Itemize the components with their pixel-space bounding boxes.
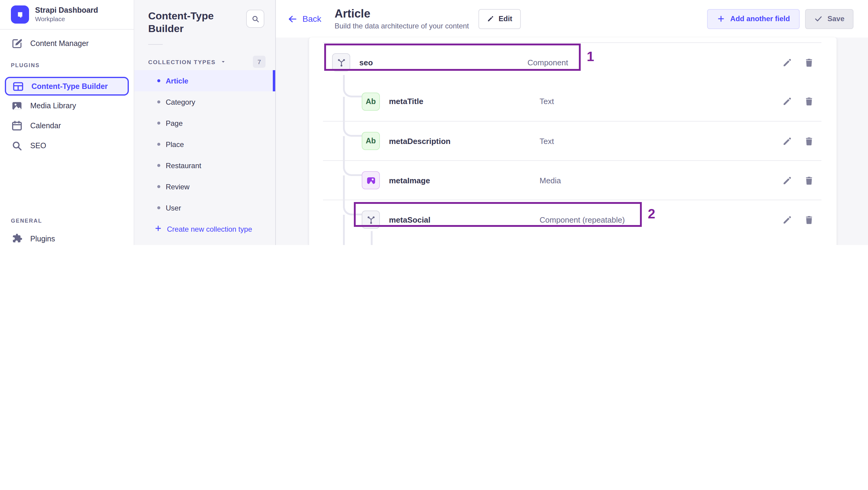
- search-icon: [11, 140, 23, 152]
- bullet-icon: [157, 143, 160, 146]
- field-name: seo: [359, 58, 527, 67]
- page-subtitle: Build the data architecture of your cont…: [335, 22, 469, 30]
- sidebar-item-seo[interactable]: SEO: [0, 135, 134, 155]
- ctb-item-label: Review: [166, 182, 190, 191]
- edit-field-button[interactable]: [781, 214, 793, 225]
- edit-field-button[interactable]: [781, 135, 793, 146]
- sidebar-item-calendar[interactable]: Calendar: [0, 116, 134, 135]
- sidebar-item-plugins[interactable]: Plugins: [0, 229, 134, 245]
- field-row-metaSocial: metaSocialComponent (repeatable): [323, 200, 822, 239]
- save-button[interactable]: Save: [805, 9, 854, 29]
- ctb-type-list: COLLECTION TYPES7ArticleCategoryPagePlac…: [134, 45, 275, 245]
- delete-field-button[interactable]: [803, 214, 814, 225]
- sidebar-item-label: SEO: [30, 141, 46, 150]
- ctb-item-label: Category: [166, 98, 195, 106]
- fields-card: seoComponentAbmetaTitleTextAbmetaDescrip…: [309, 37, 837, 245]
- field-rows: seoComponentAbmetaTitleTextAbmetaDescrip…: [309, 42, 837, 245]
- section-count-badge: 7: [253, 56, 266, 68]
- edit-field-button[interactable]: [781, 175, 793, 186]
- search-icon: [251, 14, 260, 23]
- bullet-icon: [157, 79, 160, 82]
- back-link[interactable]: Back: [287, 13, 321, 24]
- component-field-icon: [332, 53, 350, 71]
- search-button[interactable]: [246, 10, 264, 28]
- puzzle-icon: [11, 233, 23, 245]
- bullet-icon: [157, 206, 160, 209]
- content-type-builder-icon: [12, 80, 24, 92]
- ctb-item-label: Article: [166, 76, 188, 85]
- sidebar-item-label: Media Library: [30, 101, 76, 110]
- field-actions: [781, 214, 814, 225]
- nav-section-label: PLUGINS: [0, 61, 134, 69]
- edit-field-button[interactable]: [781, 57, 793, 68]
- calendar-icon: [11, 120, 23, 131]
- text-field-icon: Ab: [362, 132, 380, 150]
- app-sidebar: Strapi Dashboard Workplace Content Manag…: [0, 0, 134, 245]
- nav-section-label: GENERAL: [0, 217, 134, 225]
- edit-button[interactable]: Edit: [479, 9, 521, 29]
- ctb-item-place[interactable]: Place: [134, 134, 275, 155]
- strapi-logo-icon: [11, 5, 29, 24]
- field-actions: [781, 175, 814, 186]
- workspace-name: Strapi Dashboard: [35, 6, 98, 15]
- media-library-icon: [11, 99, 23, 112]
- create-new-type-link[interactable]: Create new collection type: [134, 218, 275, 240]
- bullet-icon: [157, 100, 160, 103]
- sidebar-item-label: Calendar: [30, 121, 61, 130]
- plus-icon: [154, 224, 162, 234]
- field-name: metaImage: [389, 176, 539, 185]
- delete-field-button[interactable]: [803, 96, 814, 107]
- main-area: Back Article Build the data architecture…: [276, 0, 868, 245]
- delete-field-button[interactable]: [803, 175, 814, 186]
- field-row-metaDescription: AbmetaDescriptionText: [323, 121, 822, 160]
- delete-field-button[interactable]: [803, 57, 814, 68]
- field-type: Component: [527, 58, 568, 67]
- sidebar-item-label: Content Manager: [30, 39, 89, 48]
- section-header-collection-types[interactable]: COLLECTION TYPES7: [134, 53, 275, 70]
- sidebar-item-content-manager[interactable]: Content Manager: [0, 33, 134, 53]
- field-type: Text: [539, 97, 554, 106]
- section-label: COLLECTION TYPES: [148, 58, 216, 65]
- ctb-item-article[interactable]: Article: [134, 70, 275, 91]
- ctb-item-page[interactable]: Page: [134, 113, 275, 134]
- component-field-icon: [362, 211, 380, 229]
- delete-field-button[interactable]: [803, 135, 814, 146]
- bullet-icon: [157, 164, 160, 167]
- ctb-item-label: Page: [166, 119, 183, 127]
- media-field-icon: [362, 171, 380, 189]
- sidebar-item-label: Plugins: [30, 235, 55, 243]
- bullet-icon: [157, 185, 160, 188]
- ctb-sidebar: Content-Type Builder COLLECTION TYPES7Ar…: [134, 0, 276, 245]
- field-actions: [781, 96, 814, 107]
- field-actions: [781, 57, 814, 68]
- ctb-item-review[interactable]: Review: [134, 176, 275, 197]
- sidebar-item-media-library[interactable]: Media Library: [0, 96, 134, 116]
- page-header: Back Article Build the data architecture…: [276, 0, 868, 37]
- edit-field-button[interactable]: [781, 96, 793, 107]
- ctb-item-user[interactable]: User: [134, 197, 275, 218]
- ctb-item-label: Place: [166, 140, 184, 149]
- text-field-icon: Ab: [362, 92, 380, 111]
- ctb-item-restaurant[interactable]: Restaurant: [134, 155, 275, 176]
- field-name: metaSocial: [389, 215, 539, 224]
- ctb-sidebar-title: Content-Type Builder: [148, 10, 221, 35]
- field-row-metaTitle: AbmetaTitleText: [323, 82, 822, 121]
- ctb-item-label: Restaurant: [166, 161, 201, 170]
- field-type: Media: [539, 176, 561, 185]
- workspace-label: Workplace: [35, 16, 98, 23]
- add-another-field-button[interactable]: Add another field: [707, 9, 800, 29]
- field-row-seo: seoComponent: [323, 42, 822, 82]
- field-name: metaDescription: [389, 136, 539, 146]
- sidebar-item-label: Content-Type Builder: [31, 82, 108, 90]
- chevron-down-icon: [220, 56, 226, 67]
- page-title: Article: [335, 7, 469, 21]
- pencil-icon: [487, 15, 495, 22]
- ctb-action-label: Create new collection type: [167, 225, 252, 233]
- ctb-item-category[interactable]: Category: [134, 91, 275, 113]
- content-manager-icon: [11, 37, 23, 49]
- field-name: metaTitle: [389, 97, 539, 106]
- workspace-brand[interactable]: Strapi Dashboard Workplace: [0, 0, 134, 30]
- sidebar-item-content-type-builder[interactable]: Content-Type Builder: [5, 77, 129, 96]
- arrow-left-icon: [287, 13, 298, 24]
- check-icon: [814, 14, 823, 23]
